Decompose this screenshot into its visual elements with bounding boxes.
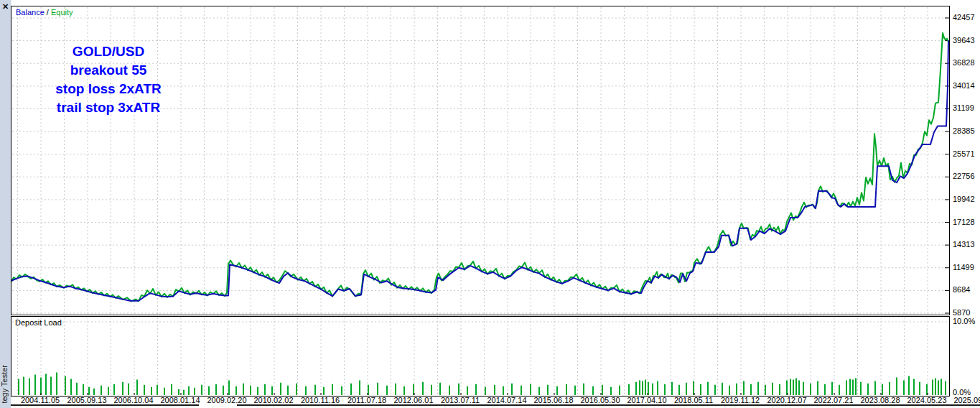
- annotation-line-trailstop: trail stop 3xATR: [37, 98, 180, 117]
- date-axis-label: 2023.08.28: [855, 396, 905, 404]
- date-axis-label: 2020.12.07: [762, 396, 812, 404]
- bottom-divider-right[interactable]: [237, 404, 980, 406]
- chart-annotation: GOLD/USD breakout 55 stop loss 2xATR tra…: [37, 42, 180, 117]
- close-icon[interactable]: ✕: [1, 2, 10, 11]
- date-axis-label: 2022.07.21: [808, 396, 859, 404]
- date-axis-label: 2014.07.14: [482, 396, 532, 404]
- price-axis-label: 22756: [953, 172, 975, 180]
- price-axis-label: 31199: [953, 103, 974, 112]
- date-axis-label: 2005.09.13: [62, 396, 112, 404]
- legend-balance-label: Balance: [16, 8, 45, 17]
- deposit-load-chart: [11, 317, 949, 396]
- price-axis-label: 39643: [953, 36, 975, 45]
- date-axis-label: 2012.06.01: [388, 396, 439, 404]
- strategy-tester-vertical-label: tegy Tester: [0, 365, 11, 404]
- date-axis-label: 2006.10.04: [108, 396, 159, 404]
- deposit-load-panel[interactable]: Deposit Load: [11, 316, 950, 397]
- deposit-max-label: 10.0%: [953, 317, 975, 325]
- balance-equity-chart-panel[interactable]: Balance / Equity GOLD/USD breakout 55 st…: [11, 6, 950, 315]
- date-axis-label: 2008.01.14: [155, 396, 205, 404]
- date-axis-label: 2015.06.18: [528, 396, 579, 404]
- price-axis-label: 14313: [953, 240, 975, 249]
- deposit-load-title: Deposit Load: [15, 318, 62, 327]
- legend-separator: /: [45, 8, 51, 17]
- date-axis-label: 2010.02.02: [248, 396, 299, 404]
- bottom-divider-left: [11, 404, 199, 406]
- price-axis-label: 17128: [953, 218, 975, 226]
- price-axis-label: 5870: [953, 308, 970, 317]
- price-axis-label: 8684: [953, 285, 970, 294]
- chart-legend: Balance / Equity: [16, 8, 73, 17]
- date-axis-label: 2013.07.11: [435, 396, 485, 404]
- annotation-line-strategy: breakout 55: [37, 61, 180, 80]
- price-axis-label: 25571: [953, 149, 975, 158]
- date-axis-label: 2019.11.12: [715, 396, 765, 404]
- annotation-line-symbol: GOLD/USD: [37, 42, 180, 61]
- price-axis-label: 28385: [953, 126, 975, 135]
- legend-equity-label: Equity: [51, 8, 73, 17]
- strategy-tester-graph-view: { "window": { "close_glyph": "✕", "sideb…: [0, 0, 980, 408]
- price-axis-label: 11499: [953, 263, 974, 272]
- date-axis-label: 2004.11.05: [15, 396, 65, 404]
- price-axis-label: 36828: [953, 58, 975, 67]
- price-axis-label: 19942: [953, 195, 975, 203]
- price-axis-label: 42457: [953, 13, 975, 22]
- date-axis-label: 2017.04.10: [622, 396, 672, 404]
- date-axis-label: 2024.05.23: [902, 396, 952, 404]
- date-axis-label: 2009.02.20: [202, 396, 252, 404]
- date-axis-label: 2025.09.08: [948, 396, 980, 404]
- price-axis-label: 34014: [953, 81, 975, 90]
- tester-panel-side-strip: ✕ tegy Tester: [0, 0, 11, 408]
- annotation-line-stoploss: stop loss 2xATR: [37, 80, 180, 98]
- date-axis-label: 2010.11.16: [295, 396, 345, 404]
- date-axis-label: 2016.05.30: [575, 396, 625, 404]
- date-axis-label: 2018.05.11: [668, 396, 719, 404]
- date-axis-label: 2011.07.18: [342, 396, 392, 404]
